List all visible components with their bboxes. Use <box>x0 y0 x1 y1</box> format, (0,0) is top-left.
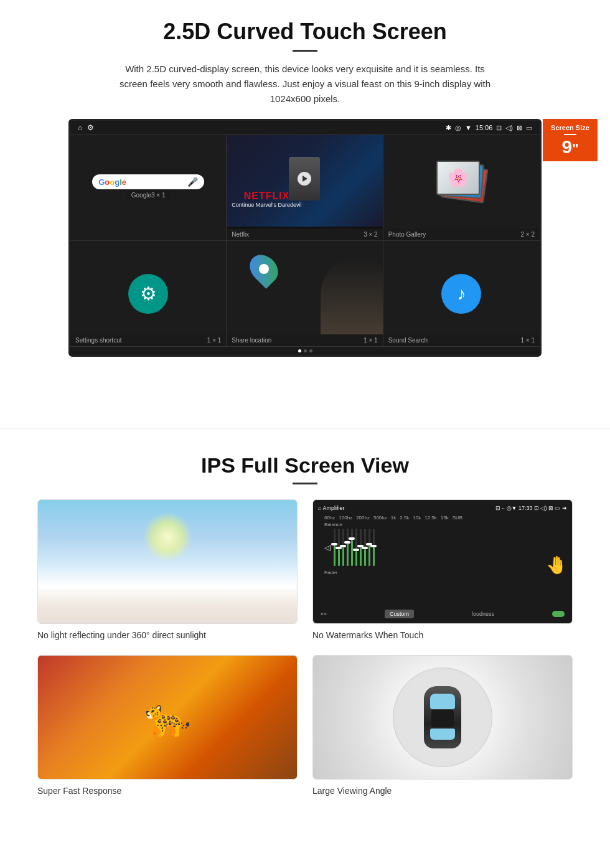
netflix-subtitle: Continue Marvel's Daredevil <box>232 202 301 208</box>
volume-icon: ◁) <box>505 124 513 132</box>
music-note-icon: ♪ <box>457 284 466 304</box>
amp-nav-arrows[interactable]: «» <box>321 611 327 617</box>
slider-handle-5 <box>349 537 355 540</box>
amp-freq-labels: 60hz 100hz 200hz 500hz 1k 2.5k 10k 12.5k… <box>318 515 567 521</box>
slider-handle-1 <box>331 543 337 545</box>
settings-app-size: 1 × 1 <box>207 337 222 344</box>
cheetah-visual: 🐆 <box>38 656 297 779</box>
badge-size: 9" <box>547 138 594 156</box>
slider-handle-6 <box>353 549 359 551</box>
sound-app-size: 1 × 1 <box>520 337 535 344</box>
feature-label-4: Large Viewing Angle <box>312 786 573 796</box>
slider-track-5[interactable] <box>351 529 353 566</box>
section1-description: With 2.5D curved-display screen, this de… <box>118 62 492 106</box>
maps-icon-wrapper <box>251 253 276 285</box>
slider-handle-3 <box>340 545 346 547</box>
car-roof <box>431 710 454 727</box>
car-image <box>312 655 573 780</box>
hand-image-placeholder <box>37 359 573 397</box>
screen-icon: ⊠ <box>517 124 522 132</box>
google-search-bar[interactable]: Google 🎤 <box>92 174 204 189</box>
feature-fast-response: 🐆 Super Fast Response <box>37 655 298 796</box>
slider-track-4[interactable] <box>347 529 349 566</box>
bluetooth-icon: ✱ <box>446 124 451 132</box>
slider-track-8[interactable] <box>364 529 366 566</box>
netflix-app-name: Netflix <box>232 231 249 238</box>
section-curved-touch: 2.5D Curved Touch Screen With 2.5D curve… <box>0 0 610 409</box>
slider-fill-5 <box>351 540 353 566</box>
device-area: Screen Size 9" ⌂ ⚙ ✱ ◎ ▼ <box>37 119 573 397</box>
slider-fill-7 <box>360 547 362 566</box>
amp-balance-label: Balance <box>318 521 567 529</box>
device-wrapper: Screen Size 9" ⌂ ⚙ ✱ ◎ ▼ <box>68 119 542 357</box>
amp-footer: «» Custom loudness <box>318 610 567 618</box>
app-cell-share[interactable]: Share location 1 × 1 <box>227 241 383 347</box>
amp-title: ⌂ Amplifier <box>318 505 344 511</box>
play-button[interactable] <box>298 172 311 186</box>
sound-app-name: Sound Search <box>388 337 428 344</box>
gallery-label-row: Photo Gallery 2 × 2 <box>383 229 540 240</box>
slider-track-9[interactable] <box>368 529 370 566</box>
app-cell-sound[interactable]: ♪ Sound Search 1 × 1 <box>383 241 540 347</box>
section1-title: 2.5D Curved Touch Screen <box>37 19 573 45</box>
section-ips: IPS Full Screen View No light reflecting… <box>0 447 610 814</box>
hand-gesture-overlay <box>321 259 383 347</box>
share-label-row: Share location 1 × 1 <box>227 334 382 346</box>
feature-label-2: No Watermarks When Touch <box>312 630 573 640</box>
amp-volume-icon: ◁) <box>324 544 331 551</box>
share-app-size: 1 × 1 <box>364 337 378 344</box>
gallery-app-size: 2 × 2 <box>520 231 535 238</box>
slider-fill-2 <box>338 549 340 566</box>
google-label-row: Google 3 × 1 <box>126 189 171 201</box>
status-bar: ⌂ ⚙ ✱ ◎ ▼ 15:06 ⊡ ◁) ⊠ ▭ <box>70 121 540 134</box>
amplifier-visual: ⌂ Amplifier ⊡ ·· ◎▼ 17:33 ⊡ ◁) ⊠ ▭ ➜ 60h… <box>313 500 572 623</box>
amp-custom-button[interactable]: Custom <box>385 610 414 618</box>
netflix-label-row: Netflix 3 × 2 <box>227 229 382 240</box>
amp-header: ⌂ Amplifier ⊡ ·· ◎▼ 17:33 ⊡ ◁) ⊠ ▭ ➜ <box>318 505 567 511</box>
time-display: 15:06 <box>476 124 493 131</box>
dot-1 <box>298 349 301 352</box>
dot-3 <box>309 349 312 352</box>
google-app-name: Google <box>131 192 151 199</box>
feature-label-3: Super Fast Response <box>37 786 298 796</box>
maps-pin-icon <box>245 249 284 289</box>
car-windshield <box>430 694 455 709</box>
slider-track-10[interactable] <box>373 529 375 566</box>
netflix-text-overlay: NETFLIX Continue Marvel's Daredevil <box>232 191 301 208</box>
settings-app-name: Settings shortcut <box>75 337 121 344</box>
car-visual <box>313 656 572 779</box>
amp-loudness-toggle[interactable] <box>552 611 565 617</box>
gallery-card-3: 🌸 <box>436 161 480 195</box>
slider-track-3[interactable] <box>342 529 344 566</box>
slider-track-6[interactable] <box>355 529 357 566</box>
slider-fill-8 <box>364 549 366 566</box>
gallery-app-name: Photo Gallery <box>388 231 426 238</box>
share-app-name: Share location <box>232 337 271 344</box>
app-cell-google[interactable]: Google 🎤 Google 3 × 1 <box>70 135 227 241</box>
app-cell-settings[interactable]: ⚙ Settings shortcut 1 × 1 <box>70 241 227 347</box>
section-divider <box>0 428 610 428</box>
slider-handle-4 <box>344 541 350 544</box>
app-grid: Google 🎤 Google 3 × 1 <box>70 134 540 347</box>
cheetah-emoji: 🐆 <box>144 696 191 740</box>
usb-icon: ⚙ <box>87 123 94 132</box>
feature-no-reflection: No light reflecting under 360° direct su… <box>37 499 298 640</box>
microphone-icon[interactable]: 🎤 <box>187 177 198 187</box>
hand-touch-icon: ✋ <box>545 555 567 575</box>
netflix-app-size: 3 × 2 <box>364 231 378 238</box>
app-cell-gallery[interactable]: 🌸 Photo Gallery 2 × 2 <box>383 135 540 241</box>
home-icon[interactable]: ⌂ <box>78 123 82 132</box>
features-grid: No light reflecting under 360° direct su… <box>37 499 573 796</box>
wifi-icon: ▼ <box>465 124 472 131</box>
slider-fill-6 <box>355 551 357 566</box>
slider-track-2[interactable] <box>338 529 340 566</box>
app-cell-netflix[interactable]: NETFLIX Continue Marvel's Daredevil Netf… <box>227 135 383 241</box>
sun-glow <box>143 512 192 562</box>
netflix-brand: NETFLIX <box>232 191 301 202</box>
slider-fill-3 <box>342 547 344 566</box>
amp-fader-label: Fader <box>318 568 567 577</box>
car-top-view <box>424 686 461 748</box>
dot-2 <box>304 349 307 352</box>
car-rear-window <box>430 729 455 740</box>
slider-fill-9 <box>368 545 370 566</box>
